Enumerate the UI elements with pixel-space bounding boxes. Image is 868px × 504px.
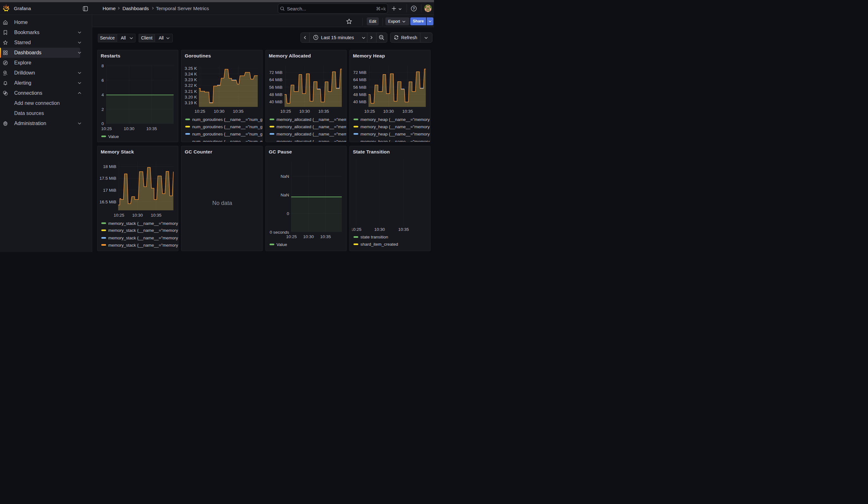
svg-text:num_goroutines {__name__="num_: num_goroutines {__name__="num_go: [192, 124, 262, 129]
svg-text:10:25: 10:25: [280, 109, 291, 114]
svg-text:4: 4: [101, 93, 104, 97]
svg-text:10:30: 10:30: [383, 109, 394, 114]
svg-text:0 seconds: 0 seconds: [270, 230, 289, 235]
svg-text:17.5 MiB: 17.5 MiB: [100, 176, 116, 181]
svg-text:10:35: 10:35: [402, 109, 413, 114]
svg-text:6: 6: [101, 78, 104, 83]
svg-text:num_goroutines {__name__="num_: num_goroutines {__name__="num_go: [192, 117, 262, 122]
svg-text:72 MiB: 72 MiB: [353, 70, 366, 75]
svg-text:8: 8: [101, 63, 104, 68]
svg-text:18 MiB: 18 MiB: [103, 164, 116, 169]
svg-text:memory_allocated {__name__="me: memory_allocated {__name__="memory: [277, 139, 347, 142]
svg-text:10:30: 10:30: [214, 109, 225, 114]
svg-text:NaN: NaN: [281, 174, 289, 179]
svg-text:10:30: 10:30: [299, 109, 310, 114]
svg-text:memory_stack {__name__="memory: memory_stack {__name__="memory_stack", i…: [108, 228, 178, 233]
svg-text:10:25: 10:25: [351, 227, 361, 232]
svg-text:Value: Value: [277, 242, 287, 247]
svg-text:16.5 MiB: 16.5 MiB: [100, 199, 116, 204]
svg-text:10:35: 10:35: [318, 109, 329, 114]
svg-text:17 MiB: 17 MiB: [103, 188, 116, 193]
svg-text:3.22 K: 3.22 K: [185, 83, 197, 88]
svg-text:10:25: 10:25: [114, 213, 124, 218]
svg-text:40 MiB: 40 MiB: [269, 100, 282, 104]
svg-text:shard_item_created: shard_item_created: [360, 242, 398, 247]
svg-text:64 MiB: 64 MiB: [353, 78, 366, 82]
svg-text:72 MiB: 72 MiB: [269, 70, 282, 75]
svg-text:10:35: 10:35: [146, 126, 157, 131]
svg-text:NaN: NaN: [281, 193, 289, 197]
svg-text:10:25: 10:25: [286, 234, 297, 239]
svg-text:40 MiB: 40 MiB: [353, 100, 366, 104]
svg-text:?: ?: [413, 7, 415, 10]
svg-text:56 MiB: 56 MiB: [269, 85, 282, 90]
svg-text:3.23 K: 3.23 K: [185, 78, 197, 82]
svg-text:3.19 K: 3.19 K: [185, 101, 197, 105]
svg-text:num_goroutines {__name__="num_: num_goroutines {__name__="num_go: [192, 139, 262, 142]
svg-text:memory_heap {__name__="memory: memory_heap {__name__="memory: [360, 132, 430, 136]
svg-text:48 MiB: 48 MiB: [269, 92, 282, 97]
svg-text:num_goroutines {__name__="num_: num_goroutines {__name__="num_go: [192, 132, 262, 136]
svg-text:Value: Value: [108, 134, 119, 139]
svg-text:10:30: 10:30: [374, 227, 385, 232]
svg-text:0: 0: [101, 121, 104, 126]
svg-text:3.20 K: 3.20 K: [185, 95, 197, 100]
svg-text:10:35: 10:35: [320, 234, 331, 239]
svg-text:10:25: 10:25: [101, 126, 112, 131]
svg-text:3.21 K: 3.21 K: [185, 89, 197, 94]
svg-text:memory_stack {__name__="memory: memory_stack {__name__="memory_stack", i…: [108, 221, 178, 226]
svg-text:3.25 K: 3.25 K: [185, 66, 197, 71]
svg-text:memory_allocated {__name__="me: memory_allocated {__name__="memory: [277, 117, 347, 122]
svg-text:10:30: 10:30: [124, 126, 134, 131]
svg-text:10:30: 10:30: [303, 234, 314, 239]
svg-text:10:25: 10:25: [195, 109, 206, 114]
svg-text:memory_stack {__name__="memory: memory_stack {__name__="memory_stack", i…: [108, 243, 178, 248]
svg-text:memory_allocated {__name__="me: memory_allocated {__name__="memory: [277, 124, 347, 129]
svg-text:memory_heap {__name__="memory: memory_heap {__name__="memory: [360, 139, 430, 142]
svg-text:10:35: 10:35: [151, 213, 162, 218]
svg-text:state transition: state transition: [360, 235, 388, 239]
svg-text:10:35: 10:35: [233, 109, 244, 114]
svg-text:10:25: 10:25: [364, 109, 375, 114]
svg-text:3.24 K: 3.24 K: [185, 72, 197, 76]
svg-text:memory_stack {__name__="memory: memory_stack {__name__="memory_stack", i…: [108, 236, 178, 240]
svg-text:10:35: 10:35: [398, 227, 409, 232]
svg-text:2: 2: [101, 107, 104, 112]
svg-text:memory_allocated {__name__="me: memory_allocated {__name__="memory: [277, 132, 347, 136]
svg-text:56 MiB: 56 MiB: [353, 85, 366, 90]
svg-text:memory_heap {__name__="memory: memory_heap {__name__="memory: [360, 117, 430, 122]
svg-text:64 MiB: 64 MiB: [269, 78, 282, 82]
svg-text:memory_heap {__name__="memory: memory_heap {__name__="memory: [360, 124, 430, 129]
svg-text:48 MiB: 48 MiB: [353, 92, 366, 97]
svg-text:0: 0: [287, 211, 289, 216]
svg-text:10:30: 10:30: [132, 213, 143, 218]
